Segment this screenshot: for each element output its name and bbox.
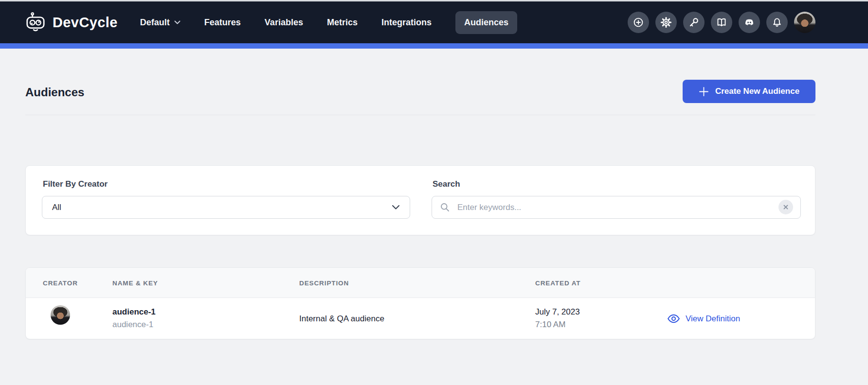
accent-bar <box>0 43 868 49</box>
notifications-bell-icon <box>771 17 783 28</box>
column-header-description: Description <box>299 268 349 298</box>
table-row: audience-1 audience-1 Internal & QA audi… <box>26 298 815 339</box>
header-divider <box>25 115 815 115</box>
clear-search-button[interactable] <box>778 200 793 214</box>
filter-panel: Filter By Creator All Search <box>25 165 815 235</box>
nav-item-variables[interactable]: Variables <box>265 12 303 34</box>
navbar-actions <box>628 1 815 43</box>
search-icon <box>440 202 450 212</box>
discord-icon <box>743 17 755 28</box>
page-title: Audiences <box>25 86 84 99</box>
nav-item-integrations[interactable]: Integrations <box>381 12 432 34</box>
table-header-row: Creator Name & Key Description Created A… <box>26 268 815 298</box>
top-navbar: DevCycle Default Features Variables Metr… <box>0 1 868 43</box>
creator-filter-value: All <box>52 203 392 212</box>
nav-item-features[interactable]: Features <box>204 12 241 34</box>
main-content: Audiences Create New Audience Filter By … <box>0 49 868 385</box>
filter-by-creator-label: Filter By Creator <box>43 179 108 189</box>
settings-button[interactable] <box>655 12 677 33</box>
audience-key: audience-1 <box>112 318 156 331</box>
search-label: Search <box>433 179 460 189</box>
settings-gear-icon <box>660 17 672 28</box>
docs-button[interactable] <box>711 12 732 33</box>
add-circle-icon <box>633 17 644 28</box>
close-icon <box>783 204 789 210</box>
column-header-name-key: Name & Key <box>112 268 158 298</box>
view-definition-label: View Definition <box>686 314 740 324</box>
user-avatar[interactable] <box>794 12 815 33</box>
nav-item-audiences-active[interactable]: Audiences <box>455 11 517 34</box>
eye-icon <box>667 314 680 323</box>
project-dropdown[interactable]: Default <box>140 12 181 34</box>
search-field <box>432 196 801 219</box>
chevron-down-icon <box>174 20 181 25</box>
app-window: DevCycle Default Features Variables Metr… <box>0 0 868 385</box>
api-key-icon <box>688 17 700 28</box>
creator-filter-select[interactable]: All <box>42 196 410 219</box>
name-key-cell: audience-1 audience-1 <box>112 306 156 331</box>
audience-name[interactable]: audience-1 <box>112 306 156 318</box>
description-cell: Internal & QA audience <box>299 298 384 339</box>
column-header-creator: Creator <box>43 268 78 298</box>
project-dropdown-label: Default <box>140 18 170 28</box>
audiences-table: Creator Name & Key Description Created A… <box>25 267 815 339</box>
nav-item-metrics[interactable]: Metrics <box>327 12 358 34</box>
search-input[interactable] <box>432 196 801 219</box>
created-date: July 7, 2023 <box>535 306 580 318</box>
nav-menu: Default Features Variables Metrics Integ… <box>140 11 517 34</box>
discord-button[interactable] <box>739 12 760 33</box>
notifications-button[interactable] <box>766 12 788 33</box>
chevron-down-icon <box>392 205 400 210</box>
column-header-created-at: Created At <box>535 268 581 298</box>
api-keys-button[interactable] <box>683 12 705 33</box>
view-definition-link[interactable]: View Definition <box>667 298 740 339</box>
create-new-audience-button[interactable]: Create New Audience <box>683 80 815 103</box>
created-time: 7:10 AM <box>535 318 580 331</box>
docs-book-icon <box>716 17 727 28</box>
add-circle-button[interactable] <box>628 12 649 33</box>
creator-avatar <box>51 305 70 325</box>
brand-name: DevCycle <box>53 15 118 31</box>
create-new-audience-label: Create New Audience <box>715 87 799 96</box>
created-at-cell: July 7, 2023 7:10 AM <box>535 306 580 331</box>
devcycle-robot-logo-icon <box>25 11 46 34</box>
plus-icon <box>699 87 709 97</box>
brand[interactable]: DevCycle <box>25 11 118 34</box>
